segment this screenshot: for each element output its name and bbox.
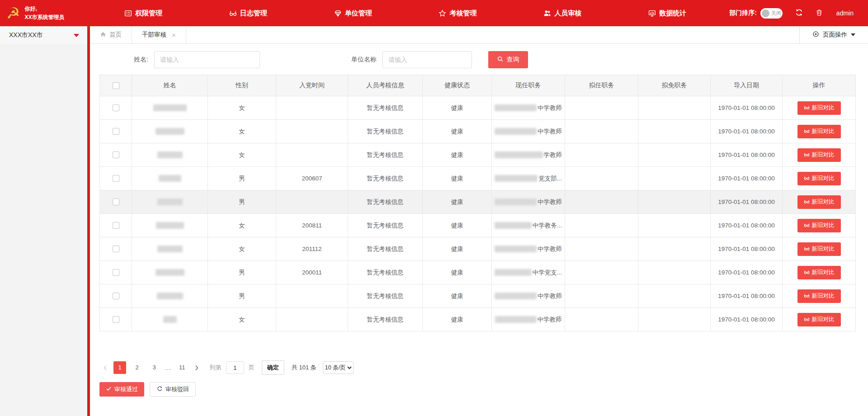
next-page-button[interactable]	[191, 361, 203, 374]
dept-sort-toggle[interactable]: 关闭	[760, 8, 783, 19]
tab-home[interactable]: 首页	[90, 26, 132, 43]
cell-join-time	[276, 190, 348, 214]
col-current-duty: 现任职务	[492, 75, 565, 96]
row-checkbox[interactable]	[113, 269, 119, 276]
unit-input[interactable]	[382, 51, 472, 68]
cell-current-duty: 中学教师	[492, 284, 565, 308]
cell-current-duty: 中学教务...	[492, 214, 565, 237]
per-page-select[interactable]: 10 条/页	[323, 361, 354, 374]
compare-button[interactable]: 新旧对比	[797, 195, 841, 209]
nav-item-assessment[interactable]: 考核管理	[439, 9, 476, 18]
nav-item-permission[interactable]: 权限管理	[124, 9, 162, 18]
cell-removed-duty	[638, 190, 711, 214]
page-number-11[interactable]: 11	[176, 361, 189, 374]
goto-page-input[interactable]	[226, 361, 244, 374]
nav-item-unit[interactable]: 单位管理	[334, 9, 372, 18]
compare-button[interactable]: 新旧对比	[797, 289, 841, 303]
tab-cadre-review[interactable]: 干部审核 ×	[132, 26, 186, 43]
duty-redacted	[495, 246, 537, 252]
approve-button[interactable]: 审核通过	[99, 382, 144, 397]
cell-assessment: 暂无考核信息	[348, 284, 423, 308]
compare-button[interactable]: 新旧对比	[797, 125, 841, 138]
row-checkbox[interactable]	[113, 175, 119, 182]
duty-redacted	[495, 128, 537, 135]
cell-current-duty: 学教师	[492, 143, 565, 167]
refresh-button[interactable]	[795, 9, 803, 18]
compare-icon	[804, 222, 810, 229]
cell-proposed-duty	[565, 190, 638, 214]
refresh-icon	[795, 9, 803, 18]
cell-import-date: 1970-01-01 08:00:00	[711, 308, 783, 331]
cell-gender: 女	[208, 237, 276, 261]
cell-assessment: 暂无考核信息	[348, 190, 423, 214]
row-checkbox[interactable]	[113, 199, 119, 205]
main-nav: 权限管理 日志管理 单位管理 考核管理 人员审核 数据统计	[93, 9, 729, 18]
users-icon	[543, 9, 551, 17]
cell-health: 健康	[423, 261, 492, 284]
row-checkbox[interactable]	[113, 246, 119, 252]
query-button[interactable]: 查询	[488, 51, 528, 68]
cell-import-date: 1970-01-01 08:00:00	[711, 96, 783, 120]
compare-button[interactable]: 新旧对比	[797, 148, 841, 162]
unit-icon	[334, 9, 342, 17]
row-checkbox[interactable]	[113, 222, 119, 229]
nav-item-log[interactable]: 日志管理	[229, 9, 267, 18]
cadre-table: 姓名 性别 入党时间 人员考核信息 健康状态 现任职务 拟任职务 拟免职务 导入…	[99, 75, 856, 331]
compare-button[interactable]: 新旧对比	[797, 101, 841, 115]
table-row: 男 200607 暂无考核信息 健康 党支部... 1970-01-01 08:…	[100, 167, 856, 190]
confirm-page-button[interactable]: 确定	[262, 360, 284, 375]
name-redacted	[157, 199, 183, 205]
page-list: 123...11	[111, 361, 191, 374]
page-number-3[interactable]: 3	[148, 361, 160, 374]
cell-join-time: 200811	[276, 214, 348, 237]
cell-import-date: 1970-01-01 08:00:00	[711, 261, 783, 284]
prev-page-button[interactable]	[99, 361, 111, 374]
page-number-1[interactable]: 1	[113, 361, 126, 374]
table-row: 女 201112 暂无考核信息 健康 中学教师 1970-01-01 08:00…	[100, 237, 856, 261]
nav-label: 考核管理	[449, 9, 476, 18]
row-checkbox[interactable]	[113, 104, 119, 111]
duty-redacted	[495, 104, 537, 111]
row-checkbox[interactable]	[113, 151, 119, 158]
table-row: 女 暂无考核信息 健康 中学教师 1970-01-01 08:00:00 新旧对…	[100, 96, 856, 120]
compare-button[interactable]: 新旧对比	[797, 242, 841, 256]
duty-redacted	[495, 316, 537, 323]
cell-current-duty: 党支部...	[492, 167, 565, 190]
col-health: 健康状态	[423, 75, 492, 96]
cell-proposed-duty	[565, 214, 638, 237]
name-input[interactable]	[154, 51, 260, 68]
compare-button[interactable]: 新旧对比	[797, 313, 841, 326]
cell-removed-duty	[638, 214, 711, 237]
delete-button[interactable]	[816, 9, 823, 18]
compare-button[interactable]: 新旧对比	[797, 266, 841, 279]
select-all-checkbox[interactable]	[113, 82, 119, 89]
compare-icon	[804, 199, 810, 206]
nav-item-personnel[interactable]: 人员审核	[543, 9, 581, 18]
table-row: 女 暂无考核信息 健康 中学教师 1970-01-01 08:00:00 新旧对…	[100, 308, 856, 331]
close-icon[interactable]: ×	[172, 31, 176, 39]
action-label: 新旧对比	[812, 198, 835, 206]
cell-import-date: 1970-01-01 08:00:00	[711, 237, 783, 261]
table-header-row: 姓名 性别 入党时间 人员考核信息 健康状态 现任职务 拟任职务 拟免职务 导入…	[100, 75, 856, 96]
org-name: XXX市XX市	[9, 31, 43, 39]
org-selector[interactable]: XXX市XX市	[0, 26, 87, 44]
row-checkbox[interactable]	[113, 316, 119, 323]
page-number-2[interactable]: 2	[131, 361, 143, 374]
topbar-right: 部门排序: 关闭 admin	[729, 8, 868, 19]
action-label: 新旧对比	[812, 316, 835, 323]
compare-button[interactable]: 新旧对比	[797, 172, 841, 185]
compare-button[interactable]: 新旧对比	[797, 219, 841, 232]
row-checkbox[interactable]	[113, 128, 119, 135]
col-name: 姓名	[132, 75, 208, 96]
cell-gender: 男	[208, 284, 276, 308]
nav-item-statistics[interactable]: 数据统计	[648, 9, 686, 18]
cell-health: 健康	[423, 214, 492, 237]
row-checkbox[interactable]	[113, 293, 119, 299]
reject-button[interactable]: 审核驳回	[150, 382, 196, 397]
username[interactable]: admin	[836, 9, 854, 17]
name-redacted	[156, 128, 184, 135]
cell-health: 健康	[423, 308, 492, 331]
cell-assessment: 暂无考核信息	[348, 96, 423, 120]
page-operations[interactable]: 页面操作	[799, 26, 868, 43]
circle-dot-icon	[812, 31, 819, 39]
